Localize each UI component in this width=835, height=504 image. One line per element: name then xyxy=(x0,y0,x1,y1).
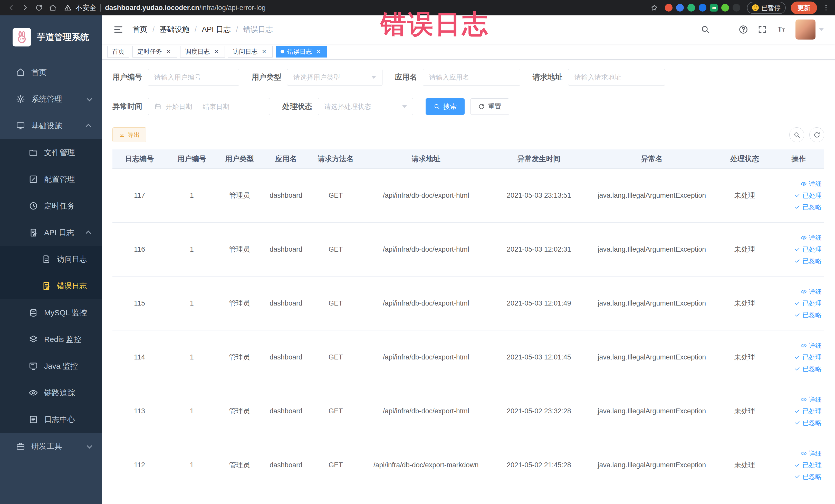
action-ignored[interactable]: 已忽略 xyxy=(776,311,822,319)
request-url-input[interactable] xyxy=(568,69,665,86)
address-bar[interactable]: 不安全 dashboard.yudao.iocoder.cn/infra/log… xyxy=(64,3,266,12)
action-ignored[interactable]: 已忽略 xyxy=(776,203,822,211)
browser-menu-kebab-icon[interactable] xyxy=(822,4,830,12)
sidebar-item-redis[interactable]: Redis 监控 xyxy=(0,326,102,353)
table-row: 1151管理员dashboardGET/api/infra/db-doc/exp… xyxy=(113,276,824,330)
tab-job-log[interactable]: 调度日志× xyxy=(180,46,225,58)
exception-time-range-picker[interactable]: 开始日期 - 结束日期 xyxy=(148,98,270,115)
sidebar-item-dev-tools[interactable]: 研发工具 xyxy=(0,433,102,460)
export-button[interactable]: 导出 xyxy=(113,127,146,142)
action-processed[interactable]: 已处理 xyxy=(776,353,822,362)
extension-icon[interactable] xyxy=(687,4,695,12)
action-label: 已处理 xyxy=(802,245,822,254)
search-icon[interactable] xyxy=(700,25,710,35)
tab-job[interactable]: 定时任务× xyxy=(133,46,177,58)
app-logo[interactable]: 芋道管理系统 xyxy=(0,15,102,59)
header-icon-group: TT xyxy=(700,25,786,35)
question-icon[interactable] xyxy=(738,25,748,35)
font-size-icon[interactable]: TT xyxy=(776,25,786,35)
home-button[interactable] xyxy=(47,2,59,14)
extension-icon[interactable]: on xyxy=(710,4,718,12)
sidebar-item-file[interactable]: 文件管理 xyxy=(0,139,102,166)
sidebar-item-config[interactable]: 配置管理 xyxy=(0,166,102,193)
sidebar-item-home[interactable]: 首页 xyxy=(0,59,102,86)
select-placeholder: 请选择用户类型 xyxy=(293,73,340,82)
sidebar-item-log-center[interactable]: 日志中心 xyxy=(0,406,102,433)
app-name-input[interactable] xyxy=(423,69,520,86)
extension-icon[interactable] xyxy=(699,4,707,12)
cell-log-id: 114 xyxy=(113,330,167,384)
sidebar-item-infra[interactable]: 基础设施 xyxy=(0,113,102,139)
user-id-input[interactable] xyxy=(148,69,239,86)
filter-row-1: 用户编号 用户类型 请选择用户类型 应用名 请求地址 xyxy=(113,69,824,86)
avatar xyxy=(795,20,815,40)
extension-icon[interactable] xyxy=(665,4,673,12)
active-tab-dot xyxy=(281,50,284,54)
search-button[interactable]: 搜索 xyxy=(426,98,465,115)
close-icon[interactable]: × xyxy=(165,48,172,55)
action-processed[interactable]: 已处理 xyxy=(776,407,822,416)
user-avatar[interactable] xyxy=(795,20,824,40)
close-icon[interactable]: × xyxy=(213,48,220,55)
breadcrumb-item[interactable]: 基础设施 xyxy=(160,24,189,35)
action-detail[interactable]: 详细 xyxy=(776,234,822,242)
user-type-select[interactable]: 请选择用户类型 xyxy=(287,69,383,86)
sidebar-item-java[interactable]: Java 监控 xyxy=(0,353,102,380)
sidebar-item-error-log[interactable]: 错误日志 xyxy=(0,273,102,299)
tab-home[interactable]: 首页 xyxy=(107,46,129,58)
sidebar-item-system[interactable]: 系统管理 xyxy=(0,86,102,113)
action-detail[interactable]: 详细 xyxy=(776,341,822,350)
breadcrumb-item[interactable]: 首页 xyxy=(133,24,147,35)
extension-icon[interactable] xyxy=(733,4,740,12)
action-ignored[interactable]: 已忽略 xyxy=(776,419,822,427)
tab-error-log[interactable]: 错误日志× xyxy=(276,46,327,58)
github-icon[interactable] xyxy=(719,25,729,35)
action-processed[interactable]: 已处理 xyxy=(776,245,822,254)
reset-button[interactable]: 重置 xyxy=(470,98,509,115)
cell-app-name: dashboard xyxy=(262,222,310,276)
refresh-table-button[interactable] xyxy=(809,127,824,142)
eye-icon xyxy=(29,388,38,398)
action-detail[interactable]: 详细 xyxy=(776,396,822,404)
sidebar-item-mysql[interactable]: MySQL 监控 xyxy=(0,299,102,326)
action-processed[interactable]: 已处理 xyxy=(776,299,822,308)
eye-icon xyxy=(801,343,807,349)
cell-exception-time: 2021-05-02 21:45:28 xyxy=(490,438,587,492)
breadcrumb-item[interactable]: API 日志 xyxy=(202,24,231,35)
action-processed[interactable]: 已处理 xyxy=(776,191,822,200)
cell-user-id: 1 xyxy=(167,330,217,384)
action-ignored[interactable]: 已忽略 xyxy=(776,365,822,373)
update-button[interactable]: 更新 xyxy=(791,2,817,14)
fullscreen-icon[interactable] xyxy=(757,25,767,35)
close-icon[interactable]: × xyxy=(315,48,322,55)
forward-button[interactable] xyxy=(19,2,31,14)
hamburger-icon[interactable] xyxy=(113,24,124,35)
list-icon xyxy=(29,415,38,424)
extension-icon[interactable] xyxy=(721,4,729,12)
bookmark-star-icon[interactable] xyxy=(650,4,658,12)
cell-user-id: 1 xyxy=(167,438,217,492)
extension-icon[interactable] xyxy=(676,4,684,12)
close-icon[interactable]: × xyxy=(261,48,268,55)
sidebar-item-access-log[interactable]: 访问日志 xyxy=(0,246,102,273)
back-button[interactable] xyxy=(5,2,18,14)
action-ignored[interactable]: 已忽略 xyxy=(776,472,822,481)
cell-actions: 详细已处理已忽略 xyxy=(773,384,824,438)
action-label: 已忽略 xyxy=(802,472,822,481)
sidebar-item-label: API 日志 xyxy=(44,227,74,238)
action-detail[interactable]: 详细 xyxy=(776,180,822,188)
paused-extension-badge[interactable]: 已暂停 xyxy=(747,2,786,14)
action-detail[interactable]: 详细 xyxy=(776,449,822,458)
action-processed[interactable]: 已处理 xyxy=(776,461,822,469)
paused-label: 已暂停 xyxy=(761,4,780,12)
process-status-select[interactable]: 请选择处理状态 xyxy=(318,98,413,115)
toggle-search-button[interactable] xyxy=(789,127,804,142)
sidebar-item-api-log[interactable]: API 日志 xyxy=(0,219,102,246)
action-ignored[interactable]: 已忽略 xyxy=(776,257,822,265)
sidebar-item-job[interactable]: 定时任务 xyxy=(0,193,102,219)
tab-access-log[interactable]: 访问日志× xyxy=(228,46,272,58)
sidebar-item-trace[interactable]: 链路追踪 xyxy=(0,380,102,406)
column-header-method: 请求方法名 xyxy=(310,149,361,168)
action-detail[interactable]: 详细 xyxy=(776,287,822,296)
reload-button[interactable] xyxy=(33,2,45,14)
